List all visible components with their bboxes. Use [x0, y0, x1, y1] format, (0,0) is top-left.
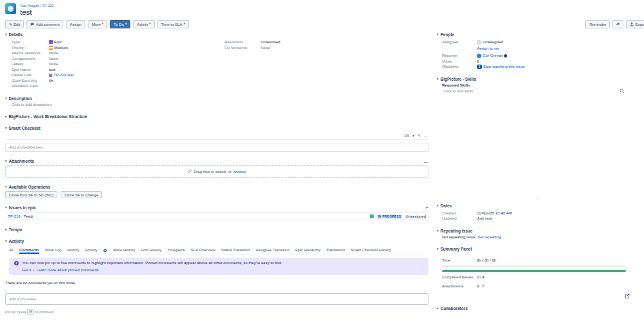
field-row-parent-link: Parent Link: TP-219 test: [12, 72, 225, 78]
watchers-row: Watchers: 1Stop watching this issue: [437, 64, 639, 70]
tab-timepiece[interactable]: Timepiece: [167, 248, 185, 253]
parent-link[interactable]: TP-219 test: [54, 72, 74, 78]
chevron-down-icon: ▾: [183, 23, 185, 26]
share-icon: [616, 22, 620, 26]
issues-in-epic-header[interactable]: ▾ Issues in epic +: [5, 205, 428, 210]
checklist-more-icon[interactable]: …: [424, 134, 428, 138]
attachments-more-button[interactable]: …: [424, 159, 429, 163]
skills-header[interactable]: ▾ BigPicture - Skills: [437, 77, 639, 81]
share-button[interactable]: [612, 20, 623, 28]
assign-to-me-link[interactable]: Assign to me: [477, 47, 499, 50]
breadcrumb-project-link[interactable]: Test Project: [20, 3, 39, 8]
breadcrumb-issue-link[interactable]: TP-221: [42, 3, 54, 8]
field-value: Medium: [54, 45, 68, 51]
issue-summary[interactable]: Testtt: [24, 214, 33, 218]
smart-checklist-header[interactable]: ▾ Smart Checklist: [5, 126, 428, 130]
tab-transitions[interactable]: Transitions: [327, 248, 345, 253]
updated-value: Just now: [477, 216, 492, 222]
collapse-triangle-icon: ▾: [437, 247, 439, 251]
clone-sf-sd-button[interactable]: Clone from SF to SD (INC): [5, 191, 57, 198]
issue-assignee: Unassigned: [405, 214, 426, 218]
repeating-issue-header[interactable]: ▾ Repeating Issue: [437, 229, 639, 233]
collapse-triangle-icon: ▸: [437, 306, 439, 311]
field-label: Component/s:: [12, 56, 49, 62]
tab-sla-overview[interactable]: SLA Overview: [191, 248, 216, 253]
tab-all[interactable]: All: [9, 248, 14, 253]
time-value: 0h / 0h / 0h: [477, 258, 496, 264]
reporter-link[interactable]: Gor Greyan: [483, 53, 503, 59]
dates-header[interactable]: ▾ Dates: [437, 203, 639, 208]
add-skills-placeholder[interactable]: Click to add skills: [443, 88, 473, 94]
edit-checklist-icon[interactable]: ✎: [418, 134, 421, 138]
tab-grid-history[interactable]: Grid History: [141, 248, 162, 253]
chevron-down-icon: ▾: [125, 23, 126, 26]
time-to-sla-dropdown[interactable]: Time to SLA ▾: [157, 20, 189, 28]
status-badge[interactable]: IN PROGRESS: [377, 214, 403, 219]
wbs-header[interactable]: ▸ BigPicture - Work Breakdown Structure: [5, 114, 428, 119]
collaborators-header[interactable]: ▸ Collaborators: [437, 306, 639, 311]
collapse-triangle-icon: ▾: [437, 77, 439, 81]
pro-tip: Pro tip: press M to comment: [5, 309, 428, 315]
attachments-dropzone[interactable]: Drop files to attach, or browse.: [5, 165, 428, 178]
collapse-triangle-icon: ▸: [5, 114, 7, 119]
epic-issue-row[interactable]: TP-216 Testtt IN PROGRESS Unassigned: [5, 212, 428, 220]
edit-button[interactable]: ✎ Edit: [5, 20, 24, 28]
tab-status-transition[interactable]: Status Transition: [221, 248, 250, 253]
stop-watching-link[interactable]: Stop watching this issue: [483, 64, 525, 70]
activity-header[interactable]: ▾ Activity: [5, 239, 428, 243]
status-dropdown[interactable]: To Do ▾: [110, 20, 130, 28]
collapse-triangle-icon: ▾: [437, 203, 439, 208]
edit-button-label: Edit: [14, 23, 20, 26]
people-header[interactable]: ▾ People: [437, 32, 639, 37]
pro-tip-suffix: to comment: [35, 310, 54, 314]
completed-issues-row: Completed Issues 2 / 4: [437, 274, 639, 280]
tab-issue-history[interactable]: Issue History: [113, 248, 136, 253]
created-value: 11/Nov/25 10:40 AM: [477, 211, 512, 216]
tab-assignee-transition[interactable]: Assignee Transition: [256, 248, 289, 253]
user-hover-icon[interactable]: [504, 54, 507, 57]
set-repeating-link[interactable]: Set repeating: [478, 234, 501, 240]
add-checklist-item-input[interactable]: [5, 143, 428, 152]
comment-icon: [30, 23, 34, 26]
panel-more-ellipsis[interactable]: …: [536, 194, 540, 198]
project-avatar[interactable]: [5, 3, 16, 14]
attachments-header[interactable]: ▾ Attachments …: [5, 159, 428, 163]
details-header[interactable]: ▾ Details: [5, 32, 428, 37]
tab-epic-hierarchy[interactable]: Epic Hierarchy: [296, 248, 321, 253]
browse-link[interactable]: browse.: [234, 170, 247, 174]
available-operations-header[interactable]: ▾ Available Operations: [5, 185, 428, 189]
reminder-button[interactable]: Reminder: [585, 20, 610, 28]
more-dropdown[interactable]: More ▾: [88, 20, 107, 28]
tab-activity[interactable]: Activity: [85, 248, 97, 253]
search-icon[interactable]: [619, 88, 625, 94]
assign-button[interactable]: Assign: [66, 20, 85, 28]
repeating-issue-section: ▾ Repeating Issue Not repeating issue. S…: [437, 229, 639, 240]
tab-work-log[interactable]: Work Log: [45, 248, 62, 253]
tab-smart-checklist-history[interactable]: Smart Checklist History: [351, 248, 391, 253]
export-dropdown[interactable]: Export ▾: [626, 20, 644, 28]
field-row-epic-name: Epic Name: test: [12, 67, 225, 73]
add-comment-button[interactable]: Add comment: [26, 20, 63, 28]
chevron-down-icon[interactable]: ▾: [412, 134, 414, 138]
add-description-placeholder[interactable]: Click to add description: [5, 102, 428, 108]
tempo-header[interactable]: ▸ Tempo: [5, 227, 428, 232]
votes-value[interactable]: 0: [477, 59, 479, 65]
open-panel-external-link-icon[interactable]: [625, 293, 630, 298]
field-row-type: Type: Epic: [12, 39, 225, 45]
add-comment-input[interactable]: [5, 293, 428, 305]
issue-header: Test Project / TP-221 test: [5, 3, 639, 17]
learn-more-link[interactable]: Learn more about pinned comments: [36, 267, 98, 273]
dates-title: Dates: [441, 203, 452, 208]
summary-panel-header[interactable]: ▾ Summary Panel: [437, 247, 639, 251]
description-header[interactable]: ▾ Description: [5, 96, 428, 101]
got-it-link[interactable]: Got it: [22, 267, 31, 273]
watchers-count-badge[interactable]: 1: [477, 65, 482, 69]
tab-history[interactable]: History: [67, 248, 79, 253]
clone-sf-change-button[interactable]: Clone SF to Change: [61, 191, 103, 198]
export-icon: [630, 22, 634, 26]
field-row-epic-sum-up: (Epic Sum Up) Allocation Field: 0h: [12, 78, 225, 89]
add-issue-to-epic-button[interactable]: +: [425, 205, 428, 210]
admin-dropdown[interactable]: Admin ▾: [133, 20, 154, 28]
tab-comments[interactable]: Comments: [19, 248, 39, 253]
issue-key-link[interactable]: TP-216: [8, 214, 21, 218]
